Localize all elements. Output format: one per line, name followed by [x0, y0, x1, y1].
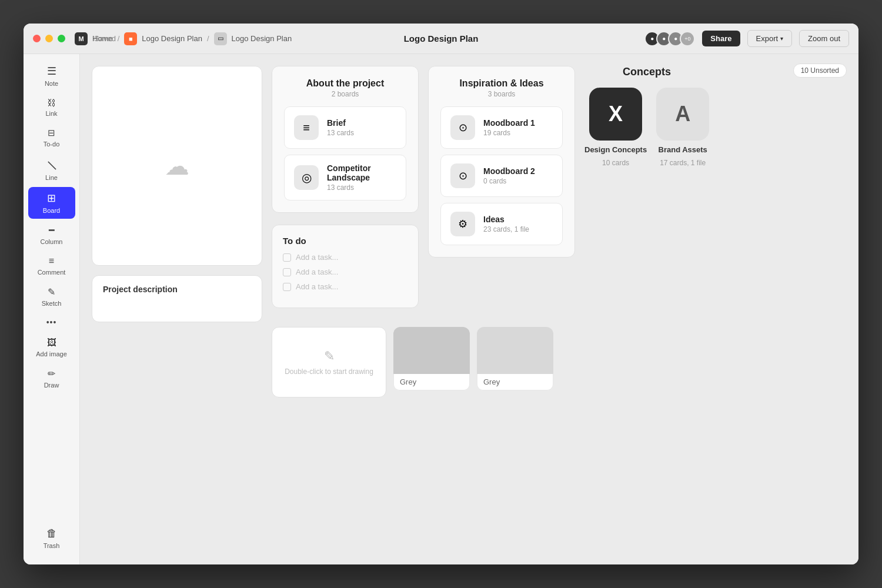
breadcrumb-page-icon: ▭: [214, 32, 227, 45]
todo-placeholder-1: Add a task...: [296, 253, 338, 262]
sidebar-item-note[interactable]: ☰ Note: [28, 60, 75, 92]
sidebar-item-more[interactable]: •••: [28, 313, 75, 332]
sidebar-item-sketch[interactable]: ✎ Sketch: [28, 282, 75, 312]
about-board-title: About the project: [284, 78, 406, 89]
sidebar-item-label-column: Column: [41, 238, 63, 245]
board-card-moodboard1[interactable]: ⊙ Moodboard 1 19 cards: [440, 106, 563, 149]
sidebar-item-label-trash: Trash: [44, 542, 60, 549]
breadcrumb-logo-icon: ■: [124, 32, 137, 45]
todo-checkbox-1[interactable]: [283, 253, 291, 262]
minimize-button[interactable]: [45, 35, 53, 42]
ideas-subtitle: 23 cards, 1 file: [483, 225, 529, 233]
note-icon: ☰: [47, 65, 56, 78]
grey-card-2[interactable]: Grey: [477, 327, 553, 397]
saved-status: Saved: [94, 34, 116, 43]
breadcrumb-page-label[interactable]: Logo Design Plan: [232, 34, 292, 43]
sidebar-item-add-image[interactable]: 🖼 Add image: [28, 333, 75, 362]
todo-title: To do: [283, 236, 407, 246]
moodboard1-icon: ⊙: [450, 115, 475, 140]
board-card-moodboard2[interactable]: ⊙ Moodboard 2 0 cards: [440, 155, 563, 197]
inspiration-title: Inspiration & Ideas: [440, 78, 563, 89]
sidebar-item-board[interactable]: ⊞ Board: [28, 187, 75, 219]
design-concepts-sub: 10 cards: [602, 159, 629, 167]
brief-title: Brief: [327, 118, 354, 128]
todo-checkbox-2[interactable]: [283, 268, 291, 276]
fullscreen-button[interactable]: [58, 35, 65, 42]
sketch-icon: ✎: [48, 286, 55, 298]
moodboard2-icon: ⊙: [450, 163, 475, 188]
brand-assets-label: Brand Assets: [659, 145, 707, 154]
add-image-icon: 🖼: [47, 338, 56, 348]
moodboard2-title: Moodboard 2: [483, 166, 535, 176]
moodboard1-title: Moodboard 1: [483, 118, 535, 128]
sidebar-item-link[interactable]: ⛓ Link: [28, 93, 75, 122]
concept-brand-assets[interactable]: A Brand Assets 17 cards, 1 file: [656, 88, 709, 167]
export-chevron-icon: ▾: [780, 35, 783, 42]
competitor-icon: ◎: [294, 165, 319, 190]
todo-item-2[interactable]: Add a task...: [283, 268, 407, 276]
todo-checkbox-3[interactable]: [283, 283, 291, 291]
export-button[interactable]: Export ▾: [747, 30, 793, 47]
todo-item-3[interactable]: Add a task...: [283, 282, 407, 291]
sidebar-item-label-board: Board: [43, 207, 60, 214]
sidebar-item-comment[interactable]: ≡ Comment: [28, 251, 75, 280]
concepts-grid: X Design Concepts 10 cards A Brand Asset…: [584, 88, 709, 167]
moodboard1-subtitle: 19 cards: [483, 129, 535, 137]
main-area: ☰ Note ⛓ Link ⊟ To-do | Line ⊞ Board ━ C…: [24, 54, 858, 564]
window-title: Logo Design Plan: [404, 34, 479, 44]
ideas-info: Ideas 23 cards, 1 file: [483, 215, 529, 233]
todo-item-1[interactable]: Add a task...: [283, 253, 407, 262]
sidebar-item-todo[interactable]: ⊟ To-do: [28, 123, 75, 152]
trash-icon: 🗑: [46, 527, 57, 540]
upload-card[interactable]: ☁: [92, 66, 262, 266]
sidebar-item-column[interactable]: ━ Column: [28, 220, 75, 250]
draw-icon: ✏: [48, 368, 55, 379]
canvas: 10 Unsorted ☁ Project description About …: [80, 54, 858, 564]
concepts-area: Concepts X Design Concepts 10 cards A Br…: [584, 66, 709, 167]
brand-assets-icon: A: [656, 88, 709, 141]
project-description-card: Project description: [92, 275, 262, 322]
zoom-out-button[interactable]: Zoom out: [799, 30, 849, 47]
board-icon: ⊞: [47, 192, 56, 205]
pencil-icon: ✎: [324, 349, 335, 364]
breadcrumb-logo-label[interactable]: Logo Design Plan: [142, 34, 202, 43]
grey-card-1[interactable]: Grey: [393, 327, 470, 397]
brief-subtitle: 13 cards: [327, 129, 354, 137]
more-icon: •••: [46, 318, 57, 327]
moodboard1-info: Moodboard 1 19 cards: [483, 118, 535, 137]
comment-icon: ≡: [49, 256, 54, 266]
board-card-brief[interactable]: ≡ Brief 13 cards: [284, 106, 406, 149]
sidebar-item-label-comment: Comment: [38, 269, 66, 276]
bottom-row: ✎ Double-click to start drawing Grey Gre…: [272, 327, 847, 397]
design-concepts-label: Design Concepts: [584, 145, 647, 154]
titlebar-right: ● ● ● +0 Share Export ▾ Zoom out: [648, 30, 849, 47]
todo-placeholder-3: Add a task...: [296, 282, 338, 291]
concept-design-concepts[interactable]: X Design Concepts 10 cards: [584, 88, 647, 167]
traffic-lights: [33, 35, 65, 42]
board-card-ideas[interactable]: ⚙ Ideas 23 cards, 1 file: [440, 203, 563, 245]
sidebar-item-trash[interactable]: 🗑 Trash: [28, 523, 75, 554]
sidebar-item-label-sketch: Sketch: [42, 300, 62, 307]
draw-area-card[interactable]: ✎ Double-click to start drawing: [272, 327, 386, 397]
sidebar-item-label-note: Note: [45, 80, 58, 87]
todo-icon: ⊟: [48, 128, 55, 138]
competitor-title: Competitor Landscape: [327, 163, 396, 182]
project-description-label: Project description: [103, 285, 178, 294]
design-concepts-icon: X: [589, 88, 642, 141]
grey-image-1: [393, 327, 470, 374]
sidebar-item-label-draw: Draw: [44, 382, 59, 389]
home-icon: M: [75, 32, 88, 45]
competitor-subtitle: 13 cards: [327, 183, 396, 192]
competitor-info: Competitor Landscape 13 cards: [327, 163, 396, 192]
concepts-title: Concepts: [584, 66, 709, 78]
sidebar-item-draw[interactable]: ✏ Draw: [28, 363, 75, 393]
close-button[interactable]: [33, 35, 41, 42]
collaborators: ● ● ● +0: [648, 31, 695, 46]
board-card-competitor[interactable]: ◎ Competitor Landscape 13 cards: [284, 155, 406, 201]
inspiration-board: Inspiration & Ideas 3 boards ⊙ Moodboard…: [428, 66, 575, 258]
share-button[interactable]: Share: [702, 31, 740, 46]
sidebar-item-line[interactable]: | Line: [28, 153, 75, 186]
unsorted-badge: 10 Unsorted: [793, 64, 847, 78]
ideas-title: Ideas: [483, 215, 529, 224]
grey-image-2: [477, 327, 553, 374]
